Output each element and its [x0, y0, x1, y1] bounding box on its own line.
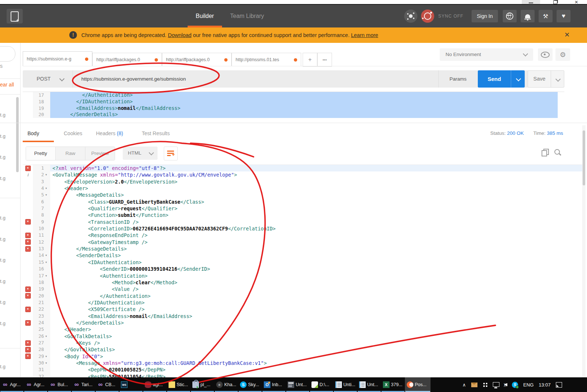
tray-mail-icon[interactable]: [471, 382, 477, 387]
fold-arrow-icon[interactable]: ▾: [45, 252, 50, 259]
copy-response-button[interactable]: [540, 148, 549, 157]
view-mode-preview[interactable]: Preview: [85, 147, 115, 160]
sign-in-button[interactable]: Sign In: [472, 10, 498, 22]
fold-arrow-icon[interactable]: ▾: [45, 171, 50, 178]
sidebar-search-input[interactable]: [0, 46, 15, 62]
fold-arrow-icon[interactable]: ▾: [45, 192, 50, 198]
taskbar-item[interactable]: ∞Agr...: [24, 377, 48, 392]
error-gutter-icon[interactable]: ×: [23, 340, 33, 346]
add-tab-button[interactable]: +: [303, 53, 317, 67]
taskbar-item[interactable]: X379...: [381, 377, 405, 392]
sidebar-history-item[interactable]: t.g: [0, 257, 5, 263]
error-gutter-icon[interactable]: ×: [23, 245, 33, 252]
view-mode-raw[interactable]: Raw: [56, 147, 85, 160]
taskbar-item[interactable]: ∞Agr...: [0, 377, 24, 392]
method-select[interactable]: POST: [37, 70, 51, 88]
search-response-button[interactable]: [553, 148, 562, 157]
save-button[interactable]: Save: [528, 70, 564, 88]
send-button[interactable]: Send: [478, 70, 525, 88]
error-gutter-icon[interactable]: ×: [23, 239, 33, 245]
taskbar-item[interactable]: WS: [119, 377, 143, 392]
request-body-editor[interactable]: 17</Authentication>18</IDAuthentication>…: [23, 92, 564, 118]
skype-tray-icon[interactable]: S: [512, 382, 518, 388]
sidebar-history-item[interactable]: t.g: [0, 175, 5, 181]
environment-select[interactable]: No Environment: [440, 48, 533, 61]
download-link[interactable]: Download: [168, 32, 192, 38]
bell-icon[interactable]: [521, 10, 535, 22]
request-tab[interactable]: https://submission.e-g: [23, 51, 92, 66]
response-body-code[interactable]: ×1<?xml version="1.0" encoding="utf-8"?>…: [23, 164, 583, 378]
sidebar-history-tab[interactable]: s: [0, 63, 3, 69]
error-gutter-icon[interactable]: ×: [23, 286, 33, 292]
request-tab[interactable]: http://ptmssms.01.tes: [232, 53, 301, 66]
tray-app-icon[interactable]: [483, 382, 488, 387]
taskbar-item[interactable]: D:\...: [310, 377, 333, 392]
request-tab[interactable]: http://tariffpackages.0: [162, 53, 232, 66]
response-tab-body[interactable]: Body: [27, 125, 39, 142]
volume-icon[interactable]: ⟩⟩: [505, 382, 507, 387]
error-gutter-icon[interactable]: ×: [23, 293, 33, 299]
action-center-icon[interactable]: [556, 382, 562, 388]
sidebar-history-item[interactable]: t.g: [0, 321, 5, 326]
window-maximize-button[interactable]: [550, 0, 561, 4]
error-gutter-icon[interactable]: ×: [23, 306, 33, 313]
fold-arrow-icon[interactable]: ▾: [45, 333, 50, 340]
window-minimize-button[interactable]: [522, 0, 540, 4]
banner-close-icon[interactable]: ✕: [564, 31, 570, 39]
sidebar-history-item[interactable]: t.g: [0, 299, 5, 305]
fold-arrow-icon[interactable]: ▾: [45, 360, 50, 366]
taskbar-item[interactable]: ∞CB...: [95, 377, 119, 392]
taskbar-item[interactable]: Unt...: [357, 377, 381, 392]
error-gutter-icon[interactable]: ×: [23, 219, 33, 225]
info-gutter-icon[interactable]: i: [23, 171, 33, 178]
wrench-icon[interactable]: ⚒: [539, 10, 553, 22]
scrollbar-thumb[interactable]: [583, 130, 585, 185]
params-button[interactable]: Params: [438, 70, 478, 88]
nav-builder[interactable]: Builder: [188, 5, 222, 27]
taskbar-item[interactable]: pl_...: [191, 377, 214, 392]
error-gutter-icon[interactable]: ×: [23, 165, 33, 171]
wrap-lines-button[interactable]: [164, 147, 178, 160]
taskbar-item[interactable]: Stic...: [167, 377, 191, 392]
heart-icon[interactable]: ♥: [557, 10, 571, 22]
taskbar-item[interactable]: OInb...: [262, 377, 286, 392]
url-input[interactable]: https://submission.e-government.ge/submi…: [81, 70, 186, 88]
format-select[interactable]: HTML: [123, 147, 158, 160]
language-indicator[interactable]: ENG: [523, 382, 534, 388]
taskbar-item[interactable]: Pos...: [405, 377, 431, 392]
response-tab-headers[interactable]: Headers (8): [96, 125, 123, 142]
taskbar-item[interactable]: Unti...: [333, 377, 357, 392]
sidebar-history-item[interactable]: t.g: [0, 112, 5, 118]
request-tab[interactable]: http://tariffpackages.0: [92, 53, 162, 66]
error-gutter-icon[interactable]: ×: [23, 346, 33, 353]
error-gutter-icon[interactable]: ×: [23, 353, 33, 360]
sidebar-history-item[interactable]: t.g: [0, 236, 5, 242]
sidebar-clear-all-link[interactable]: ear all: [0, 82, 14, 88]
send-options-chevron-icon[interactable]: [516, 76, 521, 81]
sidebar-history-item[interactable]: t.g: [0, 154, 5, 160]
sidebar-history-item[interactable]: t.g: [0, 278, 5, 284]
fold-arrow-icon[interactable]: ▾: [45, 185, 50, 192]
fold-arrow-icon[interactable]: ▾: [45, 353, 50, 360]
error-gutter-icon[interactable]: ×: [23, 232, 33, 238]
clock[interactable]: 13:07: [539, 382, 551, 388]
learn-more-link[interactable]: Learn more: [351, 32, 378, 38]
sidebar-history-item[interactable]: t.g: [0, 364, 5, 369]
interceptor-icon[interactable]: [404, 10, 417, 23]
taskbar-item[interactable]: SSky...: [238, 377, 262, 392]
globe-icon[interactable]: [503, 10, 517, 22]
taskbar-item[interactable]: ∞Tari...: [71, 377, 95, 392]
more-tabs-button[interactable]: •••: [317, 53, 332, 67]
sync-icon[interactable]: [421, 10, 434, 23]
fold-arrow-icon[interactable]: ▾: [45, 259, 50, 266]
settings-gear-button[interactable]: ⚙: [555, 48, 570, 61]
environment-quicklook-button[interactable]: [538, 48, 553, 61]
response-tab-cookies[interactable]: Cookies: [64, 125, 82, 142]
save-options-chevron-icon[interactable]: [555, 77, 561, 82]
nav-team-library[interactable]: Team Library: [230, 5, 264, 27]
sidebar-history-item[interactable]: t.g: [0, 215, 5, 221]
response-tab-test-results[interactable]: Test Results: [142, 125, 170, 142]
taskbar-item[interactable]: ≡Kha...: [214, 377, 238, 392]
new-tab-button[interactable]: +: [7, 9, 23, 23]
taskbar-item[interactable]: Unt...: [286, 377, 310, 392]
